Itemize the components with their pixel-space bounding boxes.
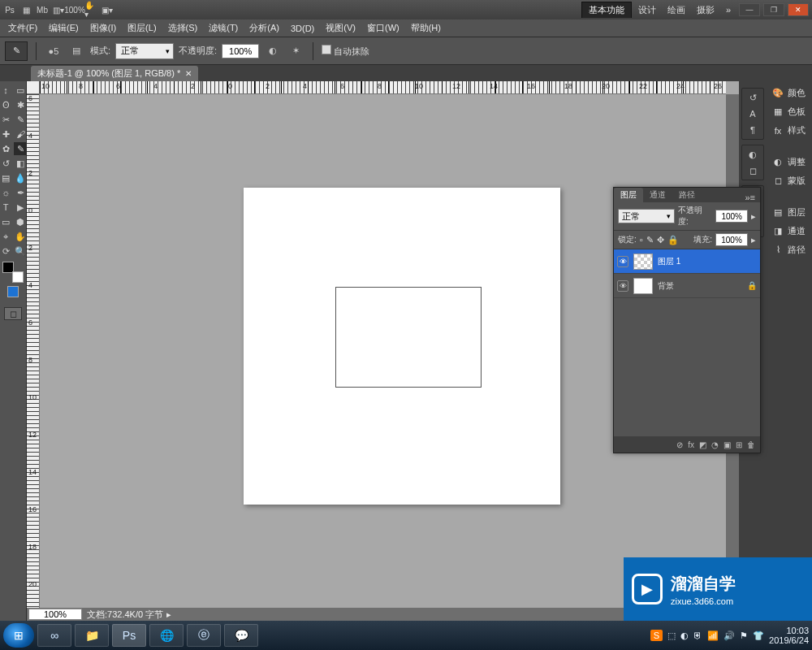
eraser-tool[interactable]: ◧ [14,157,27,170]
type-tool[interactable]: T [0,201,12,214]
layer-name[interactable]: 图层 1 [658,256,680,267]
window-restore[interactable]: ❐ [763,3,784,16]
workspace-photo[interactable]: 摄影 [692,2,719,18]
workspace-design[interactable]: 设计 [633,2,661,18]
layer-thumbnail[interactable] [633,278,653,294]
taskbar-media[interactable]: ∞ [37,624,71,647]
zoom-input[interactable]: 100% [28,609,82,620]
heal-tool[interactable]: ✚ [0,128,12,141]
chevron-down-icon[interactable]: ▸ [751,211,756,222]
workspace-active[interactable]: 基本功能 [581,2,632,18]
window-close[interactable]: ✕ [788,3,809,16]
menu-edit[interactable]: 编辑(E) [44,20,84,36]
opacity-input[interactable]: 100% [222,44,259,58]
screen-mode-icon[interactable]: ▣▾ [101,3,114,16]
taskbar-browser[interactable]: 🌐 [149,624,184,647]
close-icon[interactable]: ✕ [185,69,192,78]
3d-camera-tool[interactable]: ⌖ [0,230,12,243]
marquee-tool[interactable]: ▭ [14,84,27,97]
pen-tool[interactable]: ✒ [14,186,27,199]
blur-tool[interactable]: 💧 [14,171,27,184]
tray-icon[interactable]: ⚑ [740,630,748,641]
view-arrange-icon[interactable]: ▥▾ [52,3,65,16]
new-layer-icon[interactable]: ⊞ [736,440,742,449]
menu-image[interactable]: 图像(I) [85,20,121,36]
panel-adjustments[interactable]: ◐调整 [767,154,812,171]
menu-view[interactable]: 视图(V) [321,20,361,36]
tray-volume-icon[interactable]: 🔊 [723,630,735,641]
brush-panel-icon[interactable]: ▤ [67,42,85,60]
window-minimize[interactable]: — [739,3,760,16]
panel-paths[interactable]: ⌇路径 [767,241,812,258]
background-swatch[interactable] [12,271,24,283]
panel-menu-icon[interactable]: »≡ [740,193,760,202]
shape-tool[interactable]: ▭ [0,215,12,228]
panel-swatches[interactable]: ▦色板 [767,103,812,120]
history-icon[interactable]: ↺ [745,91,760,104]
document-tab[interactable]: 未标题-1 @ 100% (图层 1, RGB/8) * ✕ [31,66,198,81]
quick-mask-icon[interactable]: ◻ [4,307,22,320]
workspace-overflow[interactable]: » [721,3,736,16]
autoerase-checkbox[interactable]: 自动抹除 [322,45,369,58]
taskbar-photoshop[interactable]: Ps [112,624,146,647]
menu-filter[interactable]: 滤镜(T) [204,20,243,36]
start-button[interactable]: ⊞ [3,623,34,648]
panel-styles[interactable]: fx样式 [767,122,812,139]
menu-analysis[interactable]: 分析(A) [244,20,284,36]
extra-swatch[interactable] [7,286,19,297]
lock-all-icon[interactable]: 🔒 [667,235,679,245]
mask-icon[interactable]: ◻ [745,164,760,177]
document-info[interactable]: 文档:732.4K/0 字节 [87,609,163,621]
ruler-origin[interactable] [27,81,40,94]
3d-tool[interactable]: ⬢ [14,215,27,228]
brush-preset-icon[interactable]: ●5 [45,42,63,60]
panel-layers[interactable]: ▤图层 [767,204,812,221]
ruler-horizontal[interactable]: 10864202468101214161820222426 [40,81,726,94]
char-panel-icon[interactable]: A [745,107,760,120]
group-icon[interactable]: ▣ [723,440,731,449]
crop-tool[interactable]: ✂ [0,113,12,126]
tray-sogou-icon[interactable]: S [650,630,663,641]
menu-3d[interactable]: 3D(D) [286,22,319,35]
layer-row[interactable]: 👁 背景 🔒 [614,274,760,298]
tray-clock[interactable]: 10:03 2019/6/24 [769,626,809,645]
panel-color[interactable]: 🎨颜色 [767,84,812,102]
layers-panel[interactable]: 图层 通道 路径 »≡ 正常 不透明度: 100% ▸ 锁定: ▫ ✎ ✥ 🔒 … [613,187,761,453]
menu-window[interactable]: 窗口(W) [362,20,404,36]
layer-mask-icon[interactable]: ◩ [699,440,706,449]
blend-mode-dropdown[interactable]: 正常 [115,43,174,59]
eyedropper-tool[interactable]: ✎ [14,113,27,126]
tray-icon[interactable]: 👕 [753,630,764,641]
hand-tool[interactable]: ✋ [14,230,27,243]
mb-icon[interactable]: Mb [36,3,49,16]
zoom-tool[interactable]: 🔍 [14,245,27,258]
fill-input[interactable]: 100% [715,233,748,246]
layer-blend-dropdown[interactable]: 正常 [618,209,675,223]
tray-icon[interactable]: ⛨ [693,630,702,640]
tool-preset-icon[interactable]: ✎ [5,41,28,61]
chevron-down-icon[interactable]: ▸ [751,235,756,245]
path-select-tool[interactable]: ▶ [14,201,27,214]
menu-layer[interactable]: 图层(L) [123,20,161,36]
tray-icon[interactable]: ◐ [680,630,689,641]
pencil-tool[interactable]: ✎ [14,142,27,155]
adjust-icon[interactable]: ◐ [745,148,760,161]
taskbar-ie[interactable]: ⓔ [187,624,221,647]
bridge-icon[interactable]: ▦ [19,3,32,16]
zoom-level[interactable]: 100% [68,3,81,16]
hand-icon[interactable]: ✋▾ [84,3,97,16]
brush-tool[interactable]: 🖌 [14,128,27,141]
workspace-paint[interactable]: 绘画 [663,2,690,18]
color-swatches[interactable] [2,262,24,283]
stamp-tool[interactable]: ✿ [0,142,12,155]
layer-row[interactable]: 👁 图层 1 [614,249,760,274]
tab-paths[interactable]: 路径 [672,188,702,202]
trash-icon[interactable]: 🗑 [747,440,755,449]
visibility-icon[interactable]: 👁 [617,280,628,292]
tray-wifi-icon[interactable]: 📶 [707,630,719,641]
lock-move-icon[interactable]: ✥ [657,235,664,245]
taskbar-explorer[interactable]: 📁 [75,624,109,647]
quick-select-tool[interactable]: ✱ [14,98,27,111]
taskbar-wechat[interactable]: 💬 [224,624,258,647]
layer-opacity-input[interactable]: 100% [715,210,748,223]
